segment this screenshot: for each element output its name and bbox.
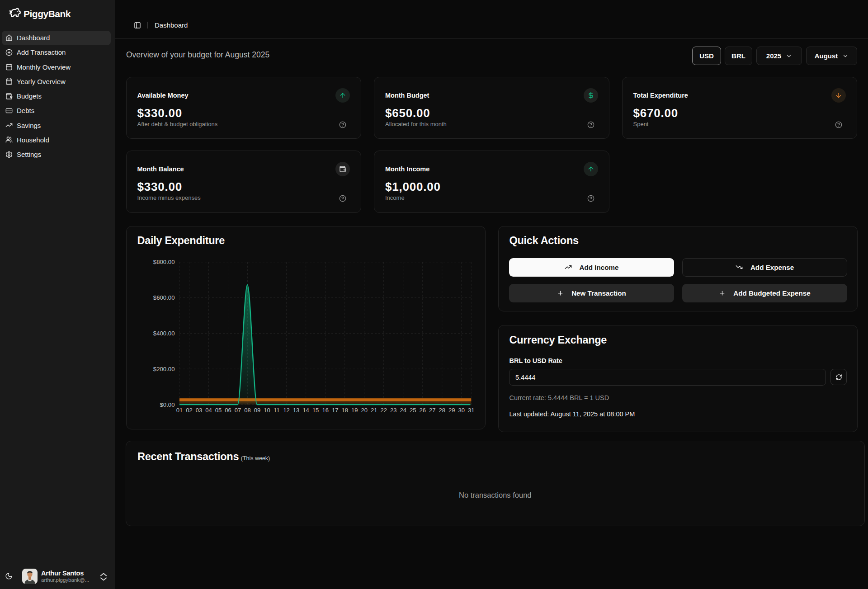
svg-text:20: 20 (361, 407, 367, 414)
svg-text:21: 21 (370, 407, 377, 414)
svg-text:23: 23 (390, 407, 396, 414)
svg-text:11: 11 (274, 407, 280, 414)
svg-text:12: 12 (283, 407, 289, 414)
svg-text:06: 06 (225, 407, 231, 414)
svg-text:25: 25 (410, 407, 416, 414)
svg-text:10: 10 (264, 407, 270, 414)
svg-text:$200.00: $200.00 (153, 366, 175, 372)
svg-text:18: 18 (341, 407, 348, 414)
svg-text:22: 22 (380, 407, 387, 414)
svg-text:27: 27 (429, 407, 435, 414)
svg-text:30: 30 (458, 407, 464, 414)
svg-text:04: 04 (205, 407, 212, 414)
svg-text:09: 09 (254, 407, 260, 414)
svg-text:$0.00: $0.00 (160, 401, 175, 408)
svg-text:14: 14 (302, 407, 309, 414)
svg-text:03: 03 (195, 407, 202, 414)
svg-text:07: 07 (234, 407, 241, 414)
svg-text:13: 13 (292, 407, 299, 414)
svg-text:16: 16 (322, 407, 328, 414)
svg-text:$600.00: $600.00 (153, 294, 175, 301)
svg-text:02: 02 (186, 407, 192, 414)
svg-text:01: 01 (176, 407, 182, 414)
svg-text:05: 05 (215, 407, 221, 414)
svg-text:08: 08 (244, 407, 250, 414)
svg-text:$800.00: $800.00 (153, 259, 175, 265)
svg-text:$400.00: $400.00 (153, 330, 175, 337)
svg-text:29: 29 (448, 407, 455, 414)
svg-text:19: 19 (351, 407, 357, 414)
svg-text:17: 17 (331, 407, 338, 414)
svg-text:15: 15 (312, 407, 318, 414)
svg-text:26: 26 (419, 407, 425, 414)
svg-text:28: 28 (439, 407, 445, 414)
svg-text:24: 24 (400, 407, 406, 414)
svg-text:31: 31 (468, 407, 474, 414)
